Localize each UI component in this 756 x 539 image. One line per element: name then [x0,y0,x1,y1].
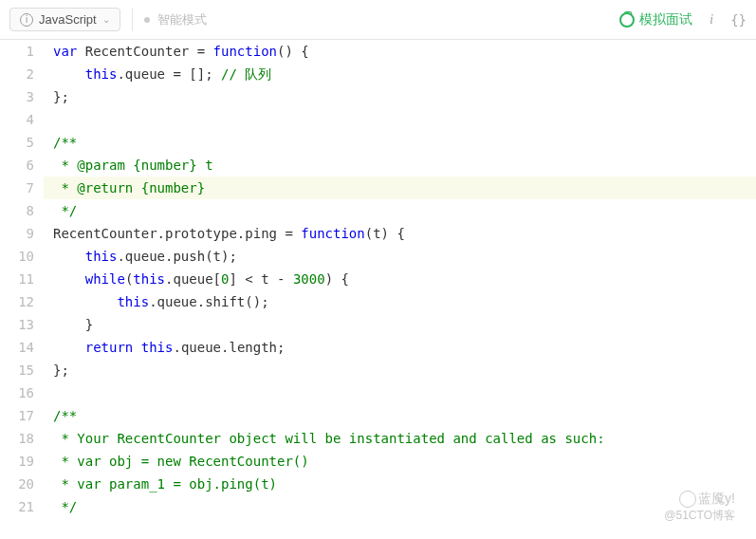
code-line[interactable]: /** [53,131,756,154]
line-number: 9 [0,222,34,245]
toolbar: i JavaScript ⌄ 智能模式 模拟面试 i {} [0,0,756,40]
mode-indicator[interactable]: 智能模式 [144,11,207,28]
line-number: 10 [0,245,34,268]
divider [132,9,133,31]
mode-label: 智能模式 [157,11,207,28]
code-line[interactable]: */ [53,199,756,222]
clock-icon [619,12,635,28]
line-number: 6 [0,154,34,177]
line-number: 12 [0,290,34,313]
status-dot-icon [144,17,150,23]
code-line[interactable]: /** [53,404,756,427]
line-number: 1 [0,40,34,63]
code-line[interactable]: var RecentCounter = function() { [53,40,756,63]
line-number: 14 [0,336,34,359]
line-number: 20 [0,473,34,495]
line-number: 11 [0,268,34,290]
chevron-down-icon: ⌄ [102,14,110,25]
line-number: 13 [0,313,34,336]
line-number: 8 [0,199,34,222]
code-line[interactable] [53,381,756,404]
code-editor[interactable]: 123456789101112131415161718192021 var Re… [0,40,756,518]
line-number: 19 [0,450,34,473]
code-line[interactable] [53,108,756,131]
mock-interview-label: 模拟面试 [639,11,692,28]
code-line[interactable]: */ [53,495,756,518]
language-selector[interactable]: i JavaScript ⌄ [9,8,120,31]
line-number: 21 [0,495,34,518]
code-line[interactable]: return this.queue.length; [53,336,756,359]
code-line[interactable]: } [53,313,756,336]
code-line[interactable]: }; [53,359,756,381]
line-number: 4 [0,108,34,131]
line-number: 2 [0,63,34,85]
code-line[interactable]: this.queue = []; // 队列 [53,63,756,85]
code-line[interactable]: * @param {number} t [53,154,756,177]
line-gutter: 123456789101112131415161718192021 [0,40,44,518]
line-number: 17 [0,404,34,427]
mock-interview-button[interactable]: 模拟面试 [619,11,692,28]
line-number: 18 [0,427,34,450]
code-line[interactable]: * var obj = new RecentCounter() [53,450,756,473]
format-button[interactable]: {} [730,12,747,28]
code-line[interactable]: while(this.queue[0] < t - 3000) { [53,268,756,290]
code-line[interactable]: this.queue.shift(); [53,290,756,313]
language-label: JavaScript [39,12,97,27]
info-icon: i [20,13,33,27]
info-button[interactable]: i [710,11,713,28]
toolbar-right: 模拟面试 i {} [619,11,747,28]
code-line[interactable]: this.queue.push(t); [53,245,756,268]
line-number: 7 [0,177,34,199]
code-line[interactable]: }; [53,85,756,108]
line-number: 5 [0,131,34,154]
line-number: 15 [0,359,34,381]
code-area[interactable]: var RecentCounter = function() { this.qu… [44,40,756,518]
code-line[interactable]: RecentCounter.prototype.ping = function(… [53,222,756,245]
code-line[interactable]: * Your RecentCounter object will be inst… [53,427,756,450]
code-line[interactable]: * @return {number} [44,177,756,199]
code-line[interactable]: * var param_1 = obj.ping(t) [53,473,756,495]
line-number: 16 [0,381,34,404]
line-number: 3 [0,85,34,108]
